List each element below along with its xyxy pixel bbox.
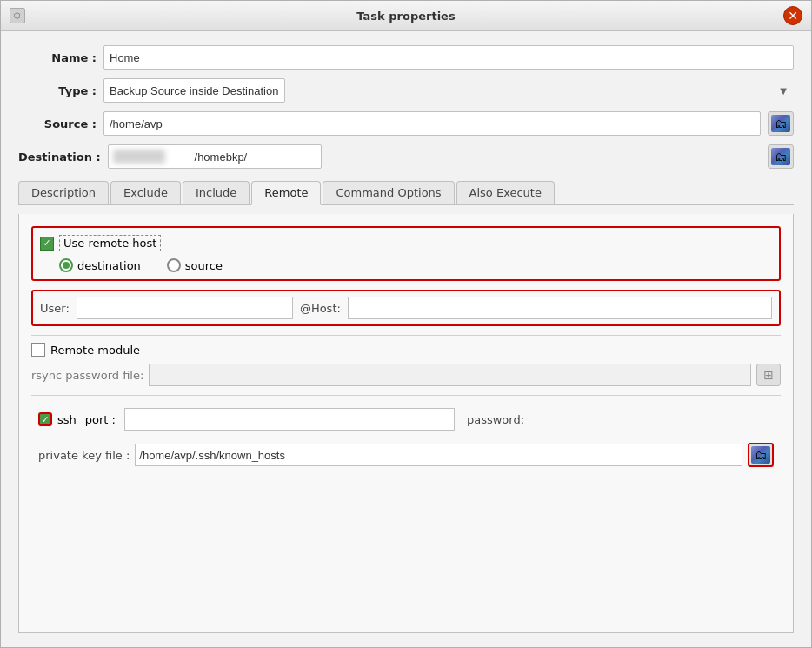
divider-1	[31, 335, 781, 336]
port-label: port :	[85, 413, 116, 426]
remote-module-row: Remote module	[31, 343, 781, 357]
host-label: @Host:	[300, 302, 341, 315]
rsync-browse-icon: ⊞	[763, 368, 774, 382]
restore-button[interactable]: ⬡	[10, 8, 25, 23]
source-browse-icon	[771, 115, 790, 132]
remote-tab-content: Use remote host destination source User:	[18, 214, 794, 633]
type-select[interactable]: Backup Source inside Destination	[103, 78, 285, 103]
rsync-password-label: rsync password file:	[31, 369, 143, 382]
use-remote-host-row: Use remote host	[40, 235, 772, 251]
remote-module-label: Remote module	[50, 344, 140, 357]
source-radio[interactable]	[167, 258, 181, 272]
tab-description[interactable]: Description	[18, 181, 109, 204]
tab-exclude[interactable]: Exclude	[110, 181, 181, 204]
source-browse-button[interactable]	[768, 111, 794, 136]
destination-radio-label: destination	[77, 259, 141, 272]
private-key-input[interactable]	[135, 444, 742, 466]
source-label: Source :	[18, 117, 97, 130]
titlebar-left: ⬡	[10, 8, 25, 23]
rsync-password-row: rsync password file: ⊞	[31, 364, 781, 386]
close-button[interactable]: ✕	[783, 6, 802, 25]
password-label: password:	[467, 413, 524, 426]
source-row: Source :	[18, 111, 794, 136]
private-key-label: private key file :	[38, 449, 130, 462]
user-label: User:	[40, 302, 70, 315]
type-label: Type :	[18, 84, 97, 97]
tab-remote[interactable]: Remote	[251, 181, 321, 205]
destination-browse-icon	[771, 148, 790, 165]
destination-blur-overlay	[113, 150, 165, 164]
use-remote-host-section: Use remote host destination source	[31, 226, 781, 281]
tab-also-execute[interactable]: Also Execute	[456, 181, 555, 204]
user-input[interactable]	[77, 297, 293, 319]
user-host-section: User: @Host:	[31, 290, 781, 326]
rsync-browse-button[interactable]: ⊞	[756, 364, 781, 386]
private-key-browse-icon	[751, 446, 770, 464]
use-remote-host-label: Use remote host	[59, 235, 161, 251]
private-key-browse-button[interactable]	[748, 443, 774, 467]
destination-input-wrapper	[108, 144, 761, 169]
task-properties-window: ⬡ Task properties ✕ Name : Type : Backup…	[0, 0, 812, 648]
source-radio-label: source	[185, 259, 223, 272]
ssh-checkbox[interactable]	[38, 412, 52, 426]
destination-radio-item: destination	[59, 258, 141, 272]
destination-row: Destination :	[18, 144, 794, 169]
host-input[interactable]	[348, 297, 772, 319]
tab-include[interactable]: Include	[183, 181, 250, 204]
tabs-bar: Description Exclude Include Remote Comma…	[18, 181, 794, 205]
ssh-label: ssh	[57, 413, 77, 426]
ssh-row: ssh port : password:	[31, 403, 781, 436]
source-radio-item: source	[167, 258, 223, 272]
destination-label: Destination :	[18, 150, 101, 164]
ssh-port-input[interactable]	[124, 408, 455, 431]
divider-2	[31, 395, 781, 396]
use-remote-host-checkbox[interactable]	[40, 237, 54, 251]
type-row: Type : Backup Source inside Destination	[18, 78, 794, 103]
window-title: Task properties	[356, 10, 455, 23]
name-label: Name :	[18, 51, 97, 64]
titlebar: ⬡ Task properties ✕	[1, 1, 811, 31]
name-row: Name :	[18, 45, 794, 70]
private-key-row: private key file :	[31, 443, 781, 467]
form-content: Name : Type : Backup Source inside Desti…	[1, 31, 811, 647]
destination-browse-button[interactable]	[768, 144, 794, 169]
destination-source-radio-row: destination source	[59, 258, 772, 272]
rsync-password-input[interactable]	[149, 364, 751, 386]
tab-command-options[interactable]: Command Options	[323, 181, 454, 204]
type-select-wrapper: Backup Source inside Destination	[103, 78, 794, 103]
remote-module-checkbox[interactable]	[31, 343, 45, 357]
source-input[interactable]	[103, 111, 761, 136]
destination-radio[interactable]	[59, 258, 73, 272]
name-input[interactable]	[103, 45, 794, 70]
